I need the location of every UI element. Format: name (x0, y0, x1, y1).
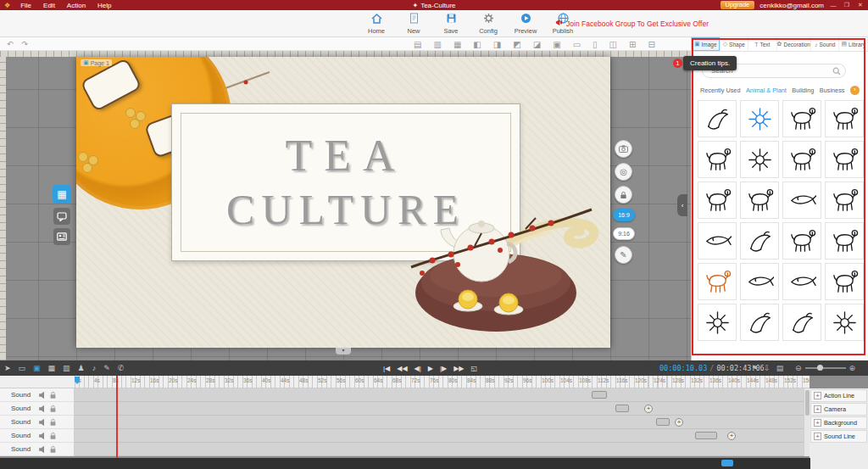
aperture-button[interactable]: ◎ (615, 163, 632, 181)
category-business[interactable]: Business (820, 87, 845, 94)
menu-action[interactable]: Action (61, 2, 92, 9)
asset-goose[interactable] (740, 222, 779, 260)
track-label-cell[interactable]: Sound (0, 429, 75, 443)
comment-panel-button[interactable] (53, 208, 70, 225)
note-tool[interactable]: ♪ (92, 364, 97, 372)
zoom-in-icon[interactable]: ⊕ (849, 364, 856, 372)
tracks-vertical-scrollbar[interactable] (804, 388, 810, 456)
track-label-cell[interactable]: Sound (0, 402, 75, 416)
menu-help[interactable]: Help (92, 2, 117, 9)
tab-shape[interactable]: ◇Shape (721, 37, 749, 51)
account-email[interactable]: cenkikko@gmail.com (760, 2, 824, 9)
fullscreen-button[interactable]: ◱ (470, 365, 477, 372)
format-icon-4[interactable]: ◨ (493, 40, 501, 49)
home-button[interactable]: Home (363, 12, 390, 35)
new-button[interactable]: New (400, 12, 427, 35)
lock-button[interactable] (615, 186, 632, 204)
zoom-slider-thumb[interactable] (817, 365, 823, 371)
export-icon[interactable]: ⇩ (764, 364, 771, 372)
skip-start-button[interactable]: |◀ (383, 365, 390, 372)
speaker-icon[interactable] (38, 418, 46, 427)
teapot-illustration[interactable] (373, 201, 610, 348)
add-keyframe-button[interactable]: + (727, 432, 736, 440)
lock-icon[interactable] (49, 391, 57, 399)
format-icon-10[interactable]: ◫ (609, 40, 617, 49)
format-icon-5[interactable]: ◩ (513, 40, 520, 49)
format-icon-7[interactable]: ▣ (553, 40, 560, 49)
add-action-line-button[interactable]: +Action Line (810, 389, 867, 402)
asset-sketch-dog[interactable] (782, 100, 821, 137)
flag-icon[interactable]: ⚑ (751, 364, 758, 372)
save-button[interactable]: Save (437, 12, 465, 35)
asset-skunk[interactable] (698, 141, 737, 178)
film-icon[interactable]: ▤ (776, 364, 784, 372)
format-icon-2[interactable]: ▦ (453, 40, 461, 49)
asset-hedgehog[interactable] (825, 222, 864, 260)
notes-panel-button[interactable] (53, 228, 70, 245)
speaker-icon[interactable] (38, 405, 46, 413)
menu-file[interactable]: File (14, 2, 37, 9)
asset-fox[interactable] (698, 263, 737, 300)
speaker-icon[interactable] (38, 391, 46, 399)
play-button[interactable]: ▶ (428, 365, 433, 372)
add-keyframe-button[interactable]: + (644, 405, 653, 413)
pen-button[interactable]: ✎ (615, 246, 632, 264)
format-icon-8[interactable]: ▭ (573, 40, 581, 49)
add-sound-line-button[interactable]: +Sound Line (810, 430, 867, 443)
asset-ant[interactable] (825, 304, 864, 341)
format-icon-1[interactable]: ▥ (433, 40, 441, 49)
timeline-clip[interactable] (592, 391, 607, 399)
phone-tool[interactable]: ✆ (118, 364, 125, 372)
rewind-button[interactable]: ◀◀ (397, 365, 407, 372)
format-icon-12[interactable]: ⊟ (648, 40, 654, 49)
asset-zebra[interactable] (782, 222, 821, 260)
prev-frame-button[interactable]: ◀| (415, 365, 421, 372)
track-lane[interactable] (75, 443, 805, 456)
category-animal-plant[interactable]: Animal & Plant (746, 87, 787, 94)
asset-cow[interactable] (825, 100, 864, 137)
track-label-cell[interactable]: Sound (0, 388, 75, 402)
format-icon-3[interactable]: ◧ (473, 40, 481, 49)
asset-otter[interactable] (740, 263, 779, 300)
slide-canvas[interactable]: TEA CULTURE (76, 57, 610, 348)
asset-monkeys[interactable] (782, 141, 821, 178)
format-icon-11[interactable]: ⊞ (629, 40, 636, 49)
maximize-button[interactable]: ❐ (843, 2, 851, 8)
asset-starfish[interactable] (698, 304, 737, 341)
asset-crane[interactable] (698, 100, 737, 137)
asset-eagle[interactable] (740, 304, 779, 341)
tab-library[interactable]: ▤Library (839, 37, 868, 51)
lock-icon[interactable] (49, 445, 57, 454)
pen-tool[interactable]: ✎ (103, 364, 110, 372)
format-icon-6[interactable]: ◪ (533, 40, 541, 49)
history-icon-1[interactable]: ↷ (22, 40, 29, 48)
track-lane[interactable]: + (75, 402, 805, 416)
facebook-promo-link[interactable]: Join Facebook Group To Get Exclusive Off… (555, 19, 709, 28)
next-frame-button[interactable]: |▶ (440, 365, 447, 372)
zoom-out-icon[interactable]: ⊖ (795, 364, 802, 372)
track-lane[interactable] (75, 388, 805, 402)
timeline-clip[interactable] (656, 418, 670, 426)
minimize-button[interactable]: — (829, 3, 837, 8)
lock-icon[interactable] (49, 405, 57, 413)
format-icon-9[interactable]: ▯ (593, 40, 598, 49)
category-recently-used[interactable]: Recently Used (700, 87, 740, 94)
character-tool[interactable]: ♟ (78, 364, 85, 372)
asset-flower-badge[interactable] (740, 100, 779, 137)
asset-squirrel[interactable] (825, 181, 864, 219)
tab-sound[interactable]: ♪Sound (811, 37, 840, 51)
asset-seal[interactable] (698, 222, 737, 260)
timeline-ruler[interactable]: 0s4s8s12s16s20s24s28s32s36s40s44s48s52s5… (0, 376, 810, 388)
creation-tips-tooltip[interactable]: Creation tips. (683, 56, 737, 70)
grid-panel-button[interactable]: ▦ (53, 185, 71, 204)
scrollbar-thumb[interactable] (805, 390, 810, 416)
asset-giraffe[interactable] (825, 141, 864, 178)
select-tool[interactable]: ▣ (33, 364, 41, 372)
camera-capture-button[interactable] (615, 140, 632, 158)
timeline-collapse-tab[interactable]: ▾ (336, 348, 351, 355)
track-lane[interactable]: + (75, 416, 805, 429)
playhead[interactable] (116, 376, 118, 458)
forward-button[interactable]: ▶▶ (453, 365, 464, 372)
more-categories-button[interactable]: › (850, 86, 860, 95)
search-icon[interactable] (832, 64, 841, 79)
